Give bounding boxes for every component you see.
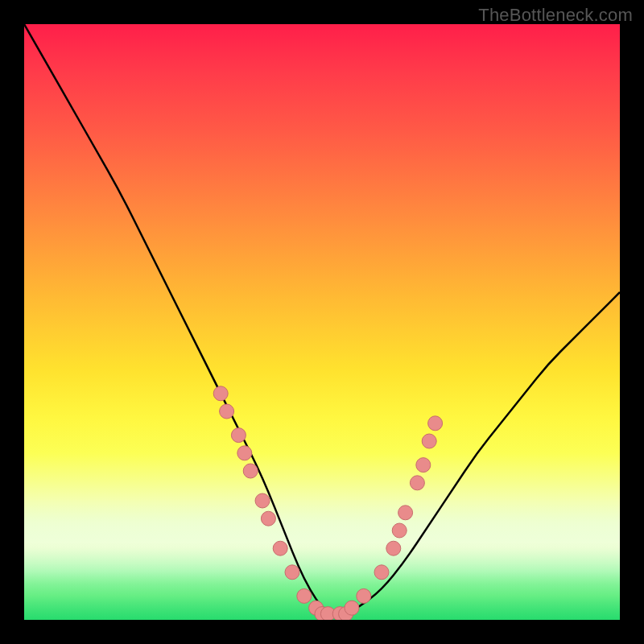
data-marker [213, 386, 228, 401]
data-marker [273, 541, 287, 555]
data-marker [386, 541, 401, 555]
chart-frame: TheBottleneck.com [0, 0, 644, 644]
data-marker [374, 565, 389, 580]
data-marker [255, 493, 270, 508]
data-marker [285, 565, 299, 580]
data-marker [398, 506, 413, 520]
data-marker [297, 588, 312, 603]
data-marker [237, 446, 252, 460]
watermark-text: TheBottleneck.com [478, 5, 633, 26]
data-marker [231, 428, 246, 443]
data-marker [357, 588, 371, 603]
data-marker [392, 523, 407, 538]
data-marker [416, 458, 431, 473]
data-marker [422, 434, 436, 448]
data-marker [261, 511, 275, 526]
data-marker [410, 476, 424, 490]
plot-area [24, 24, 620, 620]
data-marker [428, 416, 443, 431]
data-marker [243, 464, 258, 478]
data-marker [345, 601, 359, 615]
data-marker [220, 404, 234, 419]
bottleneck-curve [24, 24, 620, 614]
chart-svg [24, 24, 620, 620]
